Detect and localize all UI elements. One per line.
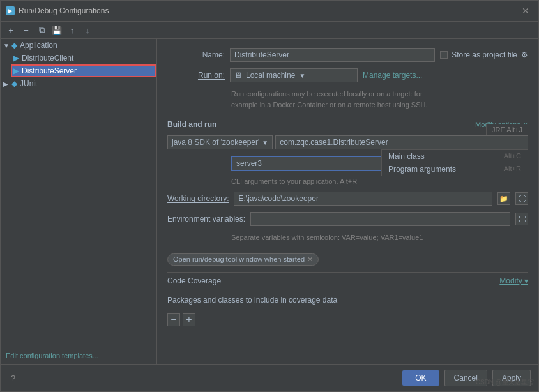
run-on-label: Run on: <box>167 71 225 80</box>
ok-button[interactable]: OK <box>402 370 439 386</box>
remove-config-button[interactable]: − <box>20 24 33 36</box>
popup-program-args-shortcut: Alt+R <box>504 165 521 172</box>
jre-hint-text: JRE Alt+J <box>492 126 522 133</box>
build-run-section-header: Build and run Modify options ✕ <box>167 120 528 129</box>
sdk-main-class-row: java 8 SDK of 'zookeeper' ▼ <box>167 135 528 149</box>
add-config-button[interactable]: + <box>4 24 17 36</box>
help-icon[interactable]: ? <box>8 371 18 386</box>
cli-hint-text: CLI arguments to your application. Alt+R <box>231 177 528 185</box>
close-button[interactable]: ✕ <box>518 4 533 17</box>
working-dir-input[interactable] <box>234 192 492 206</box>
store-checkbox-row: Store as project file ⚙ <box>440 50 528 59</box>
run-on-value: Local machine <box>246 71 295 80</box>
run-debug-dialog: ▶ Run/Debug Configurations ✕ + − ⧉ 💾 ↑ ↓… <box>0 0 539 392</box>
store-gear-icon[interactable]: ⚙ <box>521 50 528 59</box>
sdk-section: JRE Alt+J java 8 SDK of 'zookeeper' ▼ Ma… <box>167 135 528 149</box>
add-package-button[interactable]: + <box>183 313 195 326</box>
open-tool-row: Open run/debug tool window when started … <box>167 253 528 266</box>
open-tool-chip-close[interactable]: ✕ <box>307 255 313 264</box>
name-input[interactable] <box>230 48 435 62</box>
app-group-icon: ◆ <box>11 41 17 50</box>
description-line2: example in a Docker Container or on a re… <box>231 101 428 109</box>
body: ▼ ◆ Application ▶ DistributeClient ▶ Dis… <box>1 39 538 364</box>
manage-targets-link[interactable]: Manage targets... <box>363 71 422 80</box>
open-tool-chip: Open run/debug tool window when started … <box>167 253 319 266</box>
popup-main-class[interactable]: Main class Alt+C <box>382 150 528 163</box>
sidebar-item-application-label: Application <box>20 41 57 50</box>
working-dir-row: Working directory: 📁 ⛶ <box>167 192 528 206</box>
sidebar-item-distribute-server-label: DistributeServer <box>22 66 77 75</box>
sidebar-bottom: Edit configuration templates... <box>1 347 156 364</box>
working-dir-label: Working directory: <box>167 194 229 203</box>
store-label: Store as project file <box>452 50 517 59</box>
env-vars-label: Environment variables: <box>167 215 245 223</box>
env-vars-row: Environment variables: ⛶ <box>167 212 528 226</box>
run-config-icon: ▶ <box>13 54 19 63</box>
move-up-button[interactable]: ↑ <box>66 24 79 36</box>
env-hint-text: Separate variables with semicolon: VAR=v… <box>231 232 528 243</box>
chevron-down-icon: ▼ <box>3 42 10 49</box>
main-class-input[interactable] <box>275 135 528 149</box>
sidebar-item-junit-label: JUnit <box>20 79 37 88</box>
name-row: Name: Store as project file ⚙ <box>167 48 528 62</box>
env-vars-expand-icon[interactable]: ⛶ <box>515 213 528 225</box>
junit-icon: ◆ <box>11 79 17 88</box>
sidebar: ▼ ◆ Application ▶ DistributeClient ▶ Dis… <box>1 39 157 364</box>
title-bar-left: ▶ Run/Debug Configurations <box>6 6 109 15</box>
edit-templates-link[interactable]: Edit configuration templates... <box>6 352 98 359</box>
run-description: Run configurations may be executed local… <box>231 89 528 110</box>
build-run-title: Build and run <box>167 120 216 129</box>
sdk-value-text: java 8 SDK of 'zookeeper' <box>172 138 259 147</box>
store-as-project-checkbox[interactable] <box>440 51 448 59</box>
env-vars-input[interactable] <box>250 212 510 226</box>
options-popup: Main class Alt+C Program arguments Alt+R <box>381 149 528 176</box>
dialog-title: Run/Debug Configurations <box>19 6 109 15</box>
move-down-button[interactable]: ↓ <box>81 24 94 36</box>
chevron-right-icon: ▶ <box>3 80 10 87</box>
sidebar-item-distribute-client-label: DistributeClient <box>22 54 73 63</box>
popup-main-class-shortcut: Alt+C <box>504 152 521 160</box>
coverage-label: Code Coverage <box>167 276 221 285</box>
coverage-modify-link[interactable]: Modify ▾ <box>499 276 528 285</box>
working-dir-browse-icon[interactable]: 📁 <box>497 192 510 205</box>
coverage-row: Code Coverage Modify ▾ <box>167 272 528 289</box>
packages-label: Packages and classes to include in cover… <box>167 296 528 305</box>
sidebar-item-distribute-client[interactable]: ▶ DistributeClient <box>11 52 156 64</box>
popup-program-args[interactable]: Program arguments Alt+R <box>382 163 528 176</box>
chevron-down-icon: ▼ <box>299 72 305 79</box>
sidebar-item-application[interactable]: ▼ ◆ Application <box>1 39 156 52</box>
open-tool-chip-label: Open run/debug tool window when started <box>173 255 305 263</box>
footer: ? OK Cancel Apply <box>1 364 538 391</box>
sidebar-item-distribute-server[interactable]: ▶ DistributeServer <box>11 64 156 77</box>
run-config-icon-server: ▶ <box>13 66 19 75</box>
dialog-icon: ▶ <box>6 6 15 15</box>
sdk-chevron-icon: ▼ <box>262 139 268 146</box>
jre-hint-popup: JRE Alt+J <box>486 124 528 135</box>
popup-program-args-label: Program arguments <box>388 165 456 174</box>
packages-add-row: − + <box>167 313 528 326</box>
remove-package-button[interactable]: − <box>167 313 180 326</box>
local-machine-icon: 🖥 <box>234 71 242 80</box>
name-label: Name: <box>167 50 225 59</box>
sidebar-item-junit[interactable]: ▶ ◆ JUnit <box>1 77 156 90</box>
run-on-select[interactable]: 🖥 Local machine ▼ <box>230 68 358 82</box>
popup-main-class-label: Main class <box>388 152 425 161</box>
description-line1: Run configurations may be executed local… <box>231 90 423 98</box>
watermark: CSDN @望天边星宿 <box>476 378 534 387</box>
run-on-row: Run on: 🖥 Local machine ▼ Manage targets… <box>167 68 528 82</box>
save-config-button[interactable]: 💾 <box>50 24 63 36</box>
copy-config-button[interactable]: ⧉ <box>35 24 48 36</box>
toolbar: + − ⧉ 💾 ↑ ↓ <box>1 22 538 39</box>
title-bar: ▶ Run/Debug Configurations ✕ <box>1 1 538 22</box>
main-content: Name: Store as project file ⚙ Run on: 🖥 … <box>157 39 538 364</box>
working-dir-expand-icon[interactable]: ⛶ <box>515 192 528 205</box>
sdk-select[interactable]: java 8 SDK of 'zookeeper' ▼ <box>167 135 273 149</box>
